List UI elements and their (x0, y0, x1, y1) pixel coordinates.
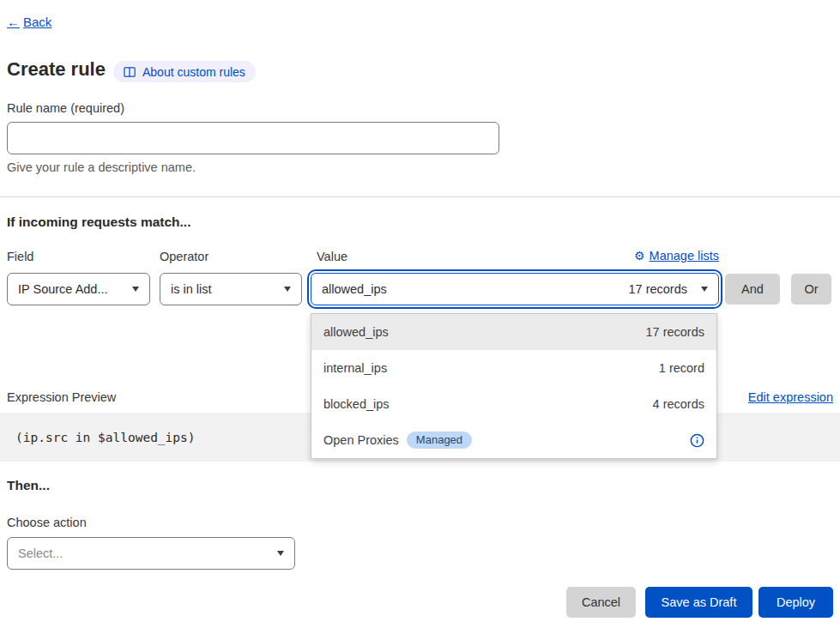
about-custom-rules-badge[interactable]: About custom rules (113, 61, 256, 82)
list-item-open-proxies[interactable]: Open Proxies Managed (311, 422, 716, 458)
rule-name-input[interactable] (7, 122, 499, 154)
operator-select-value: is in list (171, 282, 212, 296)
list-item-blocked-ips[interactable]: blocked_ips 4 records (311, 386, 716, 422)
list-item-internal-ips[interactable]: internal_ips 1 record (311, 350, 716, 386)
back-arrow-icon: ← (7, 15, 20, 29)
deploy-button[interactable]: Deploy (758, 587, 833, 618)
list-item-name: allowed_ips (323, 325, 389, 339)
managed-badge: Managed (407, 432, 472, 450)
list-item-name: internal_ips (323, 361, 387, 375)
then-section-title: Then... (7, 478, 50, 493)
chevron-down-icon (284, 287, 291, 292)
book-icon (124, 66, 136, 78)
back-link-label: Back (23, 15, 51, 29)
section-divider (0, 196, 840, 197)
info-icon[interactable] (690, 433, 704, 448)
manage-lists-label: Manage lists (650, 249, 719, 263)
about-badge-label: About custom rules (142, 65, 245, 79)
or-button[interactable]: Or (791, 274, 831, 305)
chevron-down-icon (701, 287, 708, 292)
value-select[interactable]: allowed_ips 17 records (311, 273, 719, 305)
list-item-name: blocked_ips (323, 397, 390, 411)
create-rule-page: ← Back Create rule About custom rules Ru… (0, 0, 840, 634)
edit-expression-link[interactable]: Edit expression (748, 390, 833, 404)
manage-lists-link[interactable]: ⚙ Manage lists (311, 249, 719, 263)
page-title: Create rule (7, 58, 106, 81)
rule-name-label: Rule name (required) (7, 101, 124, 115)
chevron-down-icon (132, 287, 139, 292)
field-select-value: IP Source Add... (18, 282, 108, 296)
back-link[interactable]: ← Back (7, 15, 51, 29)
action-select-placeholder: Select... (18, 546, 63, 560)
list-item-name: Open Proxies (323, 433, 399, 447)
gear-icon: ⚙ (634, 250, 645, 262)
action-select[interactable]: Select... (7, 537, 295, 570)
operator-label: Operator (160, 250, 208, 263)
field-label: Field (7, 250, 33, 263)
field-select[interactable]: IP Source Add... (7, 273, 150, 305)
expression-preview-label: Expression Preview (7, 390, 116, 404)
value-select-name: allowed_ips (322, 282, 387, 296)
value-dropdown-menu: allowed_ips 17 records internal_ips 1 re… (311, 313, 717, 459)
chevron-down-icon (277, 551, 284, 556)
expression-code: (ip.src in $allowed_ips) (15, 431, 196, 444)
list-item-allowed-ips[interactable]: allowed_ips 17 records (311, 314, 716, 350)
rule-name-helper: Give your rule a descriptive name. (7, 160, 196, 174)
operator-select[interactable]: is in list (160, 273, 302, 305)
list-item-records: 4 records (653, 397, 704, 411)
and-button[interactable]: And (725, 274, 780, 305)
cancel-button[interactable]: Cancel (566, 587, 636, 618)
list-item-records: 1 record (659, 361, 704, 375)
value-select-records: 17 records (628, 282, 687, 296)
list-item-records: 17 records (645, 325, 704, 339)
match-section-title: If incoming requests match... (7, 214, 190, 230)
choose-action-label: Choose action (7, 516, 87, 529)
save-as-draft-button[interactable]: Save as Draft (645, 587, 752, 618)
